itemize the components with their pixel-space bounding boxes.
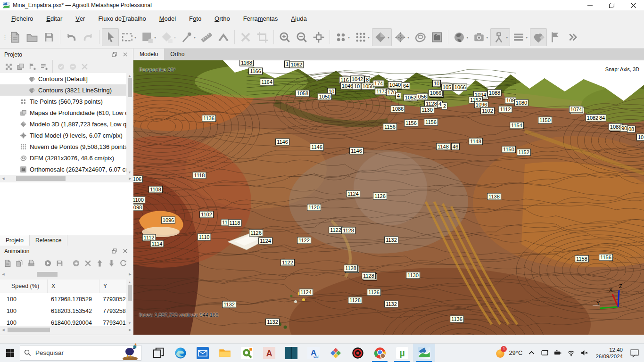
new-project-button[interactable] [7,28,24,46]
dock-tab-reference[interactable]: Reference [30,235,67,246]
maximize-button[interactable] [601,0,622,10]
animation-new-button[interactable] [2,258,14,269]
taskbar-civil3d-button[interactable]: Ac3d [302,344,324,362]
model-view-button[interactable]: ▾ [372,28,392,46]
search-input[interactable]: Pesquisar [20,345,141,361]
tray-display-icon[interactable] [541,349,549,357]
close-button[interactable] [622,0,644,10]
taskbar-task-view-button[interactable] [147,344,169,362]
column-speed[interactable]: Speed (%) [0,280,47,293]
tree-item[interactable]: Nuvem de Pontos (9,508,136 points, Lo [0,141,126,152]
volume-muted-icon[interactable] [580,349,588,357]
dropdown-arrow-icon[interactable]: ▾ [466,35,468,40]
tree-item[interactable]: Tiled Model (9 levels, 6.07 cm/pix) [0,130,126,141]
wifi-icon[interactable] [567,349,575,357]
zoom-in-button[interactable] [276,28,293,46]
rectangle-selection-button[interactable]: ▾ [119,28,139,46]
move-object-button[interactable]: ▾ [158,28,178,46]
toolbar-overflow-button[interactable] [564,28,581,46]
dem-view-button[interactable] [412,28,429,46]
draw-polyline-button[interactable] [215,28,232,46]
dropdown-arrow-icon[interactable]: ▾ [194,35,196,40]
menu-ajuda[interactable]: Ajuda [284,10,313,26]
tiled-model-view-button[interactable]: ▾ [392,28,412,46]
add-scalebar-button[interactable] [38,61,50,73]
taskbar-utorrent-button[interactable]: µ [391,344,413,362]
weather-widget[interactable]: 1 29°C [495,348,522,358]
ruler-tool-button[interactable] [198,28,215,46]
dropdown-arrow-icon[interactable]: ▾ [407,35,409,40]
project-close-button[interactable] [121,51,129,58]
taskbar-diamond-app-button[interactable] [324,344,347,362]
taskbar-chrome-button[interactable] [369,344,391,362]
animation-row[interactable]: 100617968.1785297793052.579 [0,293,126,305]
tree-item[interactable]: Mapas de Profundidade (610, Low qua [0,107,126,118]
tray-chevron-icon[interactable] [528,349,536,357]
add-chunk-button[interactable] [3,61,15,73]
menu-model[interactable]: Model [153,10,182,26]
point-cloud-view-button[interactable]: ▾ [352,28,372,46]
add-photos-button[interactable] [15,61,26,73]
viewport-tab-modelo[interactable]: Modelo [133,49,164,60]
tree-item[interactable]: Modelo 3D (1,887,723 faces, Low quali [0,118,126,130]
animation-table-header[interactable]: Speed (%) X Y [0,280,126,293]
animation-capture-button[interactable] [54,258,66,269]
taskbar-autocad-button[interactable]: A [258,344,280,362]
move-region-button[interactable]: ▾ [139,28,158,46]
dropdown-arrow-icon[interactable]: ▾ [174,35,176,40]
action-center-icon[interactable] [630,348,639,358]
taskbar-metashape-button[interactable] [413,344,435,362]
save-project-button[interactable] [41,28,58,46]
undo-button[interactable] [63,28,80,46]
remove-item-button[interactable] [79,61,91,73]
animation-float-button[interactable] [110,247,118,255]
taskbar-red-app-button[interactable] [347,344,369,362]
draw-point-button[interactable]: ▾ [178,28,198,46]
project-float-button[interactable] [110,51,118,58]
disable-item-button[interactable] [67,61,79,73]
zoom-out-button[interactable] [293,28,310,46]
menu-ficheiro[interactable]: Ficheiro [5,10,40,26]
dropdown-arrow-icon[interactable]: ▾ [154,35,156,40]
animation-update-button[interactable] [117,258,129,269]
animation-play-button[interactable] [42,258,54,269]
tree-hscrollbar[interactable]: ◀ ▶ [0,175,133,182]
menu-ver[interactable]: Ver [69,10,91,26]
tree-item[interactable]: Contours [Default] [0,73,126,84]
menu-fluxo-de-trabalho[interactable]: Fluxo de Trabalho [91,10,152,26]
animation-append-button[interactable] [70,258,82,269]
column-y[interactable]: Y [99,280,126,293]
add-marker-button[interactable] [26,61,38,73]
dropdown-arrow-icon[interactable]: ▾ [388,35,389,40]
dropdown-arrow-icon[interactable]: ▾ [486,35,488,40]
dropdown-arrow-icon[interactable]: ▾ [134,35,136,40]
viewport-tab-ortho[interactable]: Ortho [164,49,190,60]
menu-ortho[interactable]: Ortho [208,10,237,26]
tree-item[interactable]: Tie Points (560,793 points) [0,96,126,107]
orthomosaic-view-button[interactable] [429,28,446,46]
zoom-reset-button[interactable] [310,28,327,46]
enable-item-button[interactable] [55,61,67,73]
model-viewport[interactable]: 1168116611641106210581136116104281046101… [133,60,644,335]
tie-points-view-button[interactable]: ▾ [332,28,352,46]
dropdown-arrow-icon[interactable]: ▾ [368,35,370,40]
tree-item[interactable]: DEM (3281x3076, 48.6 cm/pix) [0,152,126,164]
menu-foto[interactable]: Foto [182,10,208,26]
selection-tool-button[interactable] [102,28,119,46]
tree-item[interactable]: Contours (3821 LineString) [0,84,126,96]
animation-vscrollbar[interactable]: ▲ ▼ [126,280,133,326]
taskbar-explorer-button[interactable] [214,344,236,362]
animation-remove-button[interactable] [82,258,94,269]
dropdown-arrow-icon[interactable]: ▾ [506,35,508,40]
taskbar-mail-button[interactable] [191,344,214,362]
minimize-button[interactable] [579,0,601,10]
delete-selection-button[interactable] [237,28,254,46]
animation-row[interactable]: 100618203.1535427793258.003 [0,305,126,317]
column-x[interactable]: X [47,280,99,293]
show-markers-button[interactable] [547,28,564,46]
show-contours-menu-button[interactable]: ▾ [510,28,530,46]
menu-editar[interactable]: Editar [40,10,69,26]
redo-button[interactable] [80,28,97,46]
animation-timeline-scrollbar[interactable]: ◀ ▶ [0,270,133,279]
show-cameras-button[interactable]: ▾ [490,28,510,46]
